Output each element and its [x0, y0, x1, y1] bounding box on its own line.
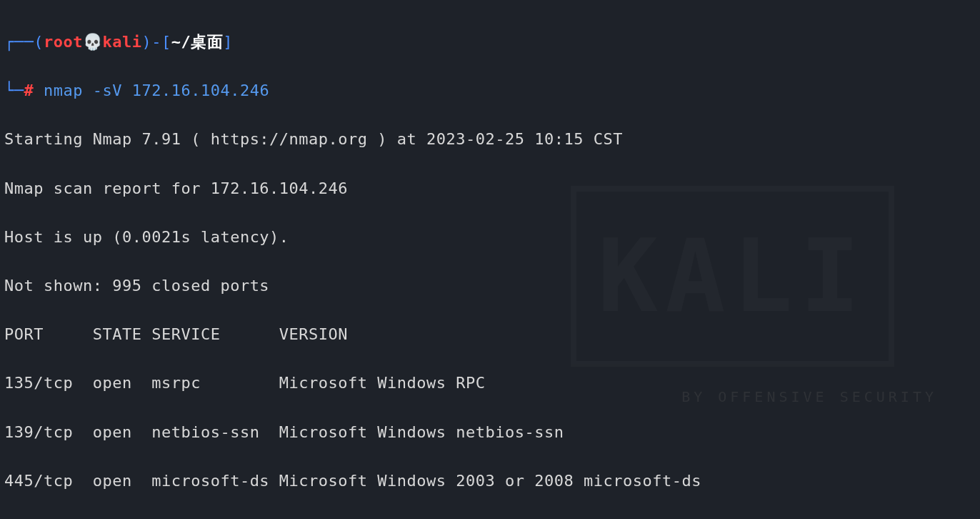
nmap-report: Nmap scan report for 172.16.104.246 [4, 177, 976, 201]
terminal-output[interactable]: ┌──(root💀kali)-[~/桌面] └─# nmap -sV 172.1… [4, 6, 976, 519]
nmap-host-up: Host is up (0.0021s latency). [4, 225, 976, 249]
nmap-not-shown: Not shown: 995 closed ports [4, 274, 976, 298]
prompt-line-2: └─# nmap -sV 172.16.104.246 [4, 79, 976, 103]
nmap-port-row: 139/tcp open netbios-ssn Microsoft Windo… [4, 420, 976, 445]
command-input: nmap -sV 172.16.104.246 [44, 81, 269, 99]
nmap-table-header: PORT STATE SERVICE VERSION [4, 322, 976, 347]
nmap-starting: Starting Nmap 7.91 ( https://nmap.org ) … [4, 127, 976, 152]
nmap-port-row: 445/tcp open microsoft-ds Microsoft Wind… [4, 469, 976, 493]
skull-icon: 💀 [83, 33, 103, 51]
prompt-line-1: ┌──(root💀kali)-[~/桌面] [4, 30, 976, 54]
nmap-port-row: 135/tcp open msrpc Microsoft Windows RPC [4, 371, 976, 395]
